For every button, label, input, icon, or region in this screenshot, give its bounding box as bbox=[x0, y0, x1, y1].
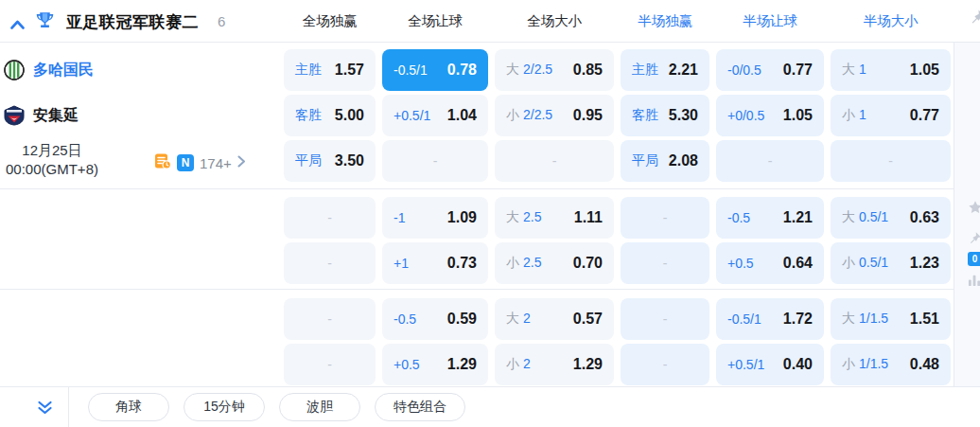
column-header-full-overunder[interactable]: 全场大小 bbox=[495, 12, 614, 30]
odds-cell-label: 小2 bbox=[506, 356, 531, 373]
favorite-star-icon[interactable] bbox=[968, 200, 980, 219]
odds-value: 2.21 bbox=[669, 62, 698, 79]
odds-value: - bbox=[888, 153, 893, 169]
side-strip: 0 bbox=[954, 43, 980, 386]
column-header-full-handicap[interactable]: 全场让球 bbox=[382, 12, 488, 30]
odds-cell-g1-r0-c2[interactable]: 大2.51.11 bbox=[495, 197, 614, 239]
odds-cell-g1-r0-c5[interactable]: 大0.5/10.63 bbox=[831, 197, 951, 239]
odds-cell-g0-r2-c3[interactable]: 平局2.08 bbox=[621, 140, 709, 182]
odds-cell-g0-r1-c5[interactable]: 小10.77 bbox=[831, 95, 951, 136]
odds-cell-label: 小1 bbox=[842, 107, 866, 124]
odds-cell-label: 客胜 bbox=[632, 107, 658, 124]
pin-match-icon[interactable] bbox=[968, 231, 980, 249]
odds-cell-g2-r0-c4[interactable]: -0.5/11.72 bbox=[716, 298, 824, 340]
odds-cell-g0-r0-c1[interactable]: -0.5/10.78 bbox=[382, 49, 488, 91]
odds-cell-g2-r0-c1[interactable]: -0.50.59 bbox=[382, 298, 488, 340]
odds-value: 1.51 bbox=[910, 311, 939, 328]
column-header-half-overunder[interactable]: 半场大小 bbox=[831, 12, 951, 30]
odds-value: 1.11 bbox=[574, 209, 603, 226]
tab-correct-score[interactable]: 波胆 bbox=[279, 393, 360, 421]
odds-cell-g0-r1-c0[interactable]: 客胜5.00 bbox=[284, 95, 376, 136]
column-header-half-handicap[interactable]: 半场让球 bbox=[716, 12, 824, 30]
home-team-name: 多哈国民 bbox=[33, 61, 94, 80]
divider bbox=[0, 289, 954, 290]
odds-cell-g2-r0-c5[interactable]: 大1/1.51.51 bbox=[831, 298, 951, 340]
handicap-label: -1 bbox=[394, 210, 405, 225]
away-team-row[interactable]: 安集延 bbox=[0, 95, 284, 136]
handicap-label: 0.5/1 bbox=[859, 255, 888, 270]
odds-cell-g1-r0-c1[interactable]: -11.09 bbox=[382, 197, 488, 239]
odds-cell-g2-r1-c4[interactable]: +0.5/10.40 bbox=[716, 344, 824, 385]
odds-group-alt-line-1: --11.09大2.51.11--0.51.21大0.5/10.63-+10.7… bbox=[284, 197, 951, 284]
handicap-label: 主胜 bbox=[295, 62, 322, 79]
odds-cell-g2-r1-c2[interactable]: 小21.29 bbox=[495, 344, 614, 385]
odds-value: 1.09 bbox=[447, 209, 477, 226]
tab-15-minutes[interactable]: 15分钟 bbox=[184, 393, 265, 421]
odds-value: - bbox=[327, 357, 332, 372]
odds-cell-g1-r1-c5[interactable]: 小0.5/11.23 bbox=[831, 242, 951, 284]
collapse-chevron-icon[interactable] bbox=[10, 16, 25, 33]
odds-group-alt-line-2: --0.50.59大20.57--0.5/11.72大1/1.51.51-+0.… bbox=[284, 298, 951, 385]
handicap-label: 1/1.5 bbox=[859, 311, 888, 326]
footer-bar: 角球 15分钟 波胆 特色组合 bbox=[0, 386, 980, 427]
odds-cell-g0-r1-c2[interactable]: 小2/2.50.95 bbox=[495, 95, 614, 136]
line-type-label: 小 bbox=[842, 255, 855, 272]
odds-cell-g0-r1-c1[interactable]: +0.5/11.04 bbox=[382, 95, 488, 136]
pin-icon[interactable] bbox=[969, 9, 980, 29]
odds-cell-g1-r1-c0: - bbox=[284, 242, 376, 284]
odds-cell-g0-r0-c4[interactable]: -0/0.50.77 bbox=[716, 49, 824, 91]
odds-cell-g0-r2-c5: - bbox=[831, 140, 951, 182]
odds-value: 0.63 bbox=[910, 209, 939, 226]
line-type-label: 大 bbox=[506, 62, 519, 79]
more-markets-link[interactable]: N 174+ bbox=[154, 152, 246, 173]
odds-history-icon[interactable] bbox=[154, 152, 171, 173]
line-type-label: 大 bbox=[842, 62, 855, 79]
odds-cell-g1-r0-c4[interactable]: -0.51.21 bbox=[716, 197, 824, 239]
odds-cell-g0-r0-c2[interactable]: 大2/2.50.85 bbox=[495, 49, 614, 91]
odds-cell-g0-r1-c4[interactable]: +0/0.51.05 bbox=[716, 95, 824, 136]
news-badge-icon[interactable]: N bbox=[177, 154, 194, 171]
odds-cell-g2-r1-c5[interactable]: 小1/1.50.48 bbox=[831, 344, 951, 385]
tab-corner-kicks[interactable]: 角球 bbox=[88, 393, 169, 421]
odds-cell-g0-r0-c5[interactable]: 大11.05 bbox=[831, 49, 951, 91]
odds-cell-g1-r1-c2[interactable]: 小2.50.70 bbox=[495, 242, 614, 284]
odds-cell-g2-r1-c3: - bbox=[621, 344, 709, 385]
column-header-half-win[interactable]: 半场独赢 bbox=[621, 12, 709, 30]
odds-cell-g2-r0-c2[interactable]: 大20.57 bbox=[495, 298, 614, 340]
odds-cell-g0-r2-c1: - bbox=[382, 140, 488, 182]
line-type-label: 大 bbox=[506, 311, 519, 328]
odds-cell-g0-r2-c0[interactable]: 平局3.50 bbox=[284, 140, 376, 182]
odds-value: - bbox=[552, 153, 557, 169]
odds-cell-label: +0.5/1 bbox=[394, 108, 430, 123]
odds-cell-g0-r0-c3[interactable]: 主胜2.21 bbox=[621, 49, 709, 91]
odds-value: 1.04 bbox=[447, 107, 477, 124]
odds-value: 0.40 bbox=[783, 356, 813, 373]
line-type-label: 大 bbox=[842, 209, 855, 226]
odds-value: 1.05 bbox=[783, 107, 813, 124]
odds-cell-g2-r1-c1[interactable]: +0.51.29 bbox=[382, 344, 488, 385]
handicap-label: 1/1.5 bbox=[859, 356, 888, 371]
home-team-row[interactable]: 多哈国民 bbox=[0, 49, 284, 91]
odds-cell-label: -0.5 bbox=[727, 210, 750, 225]
handicap-label: 2.5 bbox=[523, 255, 541, 270]
odds-cell-label: +0.5 bbox=[394, 357, 420, 372]
odds-cell-label: 主胜 bbox=[295, 62, 322, 79]
odds-cell-g2-r0-c3: - bbox=[621, 298, 709, 340]
odds-value: 0.64 bbox=[783, 255, 813, 272]
odds-cell-g1-r1-c4[interactable]: +0.50.64 bbox=[716, 242, 824, 284]
odds-cell-g1-r1-c1[interactable]: +10.73 bbox=[382, 242, 488, 284]
tab-special-combos[interactable]: 特色组合 bbox=[375, 393, 465, 421]
handicap-label: +1 bbox=[394, 256, 409, 271]
odds-value: - bbox=[433, 153, 438, 169]
more-markets-chevron-icon[interactable] bbox=[237, 154, 246, 171]
odds-cell-g0-r0-c0[interactable]: 主胜1.57 bbox=[284, 49, 376, 91]
column-header-full-win[interactable]: 全场独赢 bbox=[284, 12, 376, 30]
odds-cell-label: -0.5 bbox=[394, 311, 416, 327]
handicap-label: +0.5/1 bbox=[394, 108, 430, 123]
away-team-logo bbox=[4, 105, 25, 126]
market-tabs: 角球 15分钟 波胆 特色组合 bbox=[88, 393, 465, 421]
odds-cell-g0-r1-c3[interactable]: 客胜5.30 bbox=[621, 95, 709, 136]
stats-bars-icon[interactable] bbox=[968, 273, 980, 291]
collapse-more-icon[interactable] bbox=[37, 400, 53, 419]
odds-value: 1.57 bbox=[335, 62, 364, 79]
